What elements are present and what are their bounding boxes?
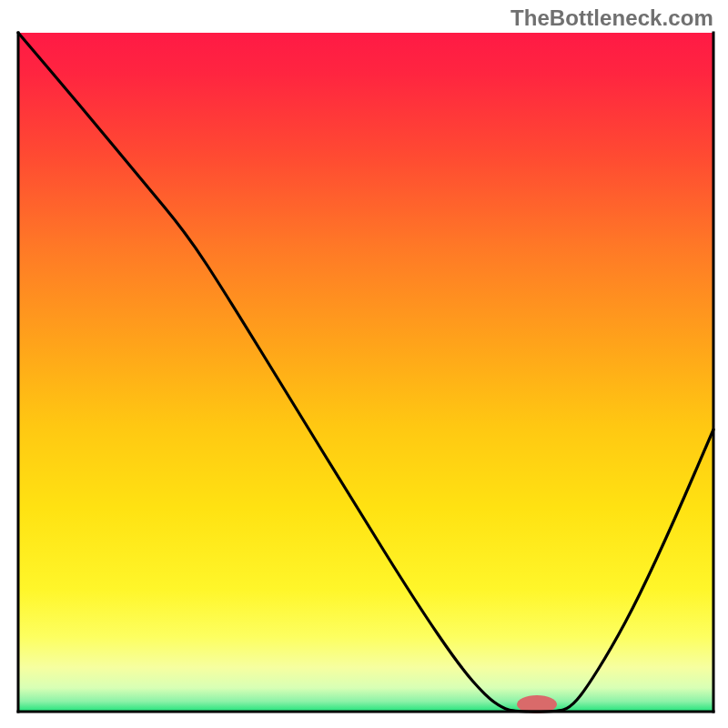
gradient-background	[18, 33, 713, 712]
bottleneck-chart	[0, 0, 728, 728]
chart-container: TheBottleneck.com	[0, 0, 728, 728]
watermark-text: TheBottleneck.com	[511, 5, 713, 31]
